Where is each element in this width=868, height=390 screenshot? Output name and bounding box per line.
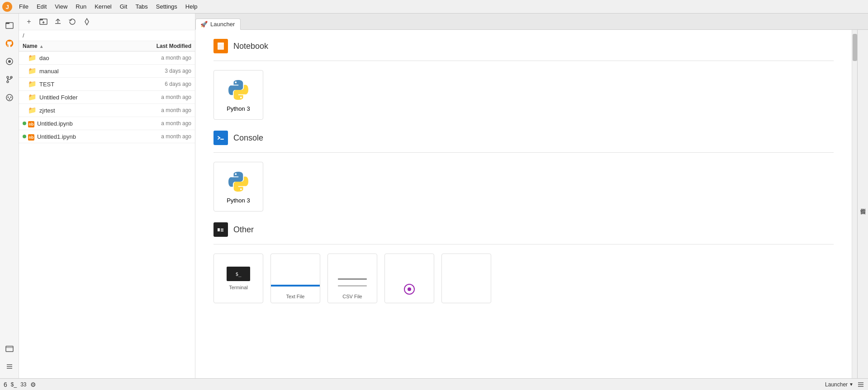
new-file-btn[interactable]: + — [23, 15, 35, 28]
svg-rect-13 — [6, 346, 13, 352]
terminal-mini-text: $_ — [235, 271, 241, 277]
menu-run[interactable]: Run — [72, 2, 90, 11]
file-row[interactable]: 📁 Untitled Folder a month ago — [19, 91, 195, 104]
file-name: dao — [39, 55, 133, 61]
svg-point-10 — [7, 97, 9, 98]
file-modified: a month ago — [133, 120, 191, 127]
col-name-header[interactable]: Name ▲ — [23, 43, 133, 49]
other-divider — [213, 244, 834, 244]
menu-kernel[interactable]: Kernel — [91, 2, 115, 11]
console-section-icon — [213, 131, 228, 145]
sidebar-circle-btn[interactable] — [1, 53, 18, 70]
git-clone-btn[interactable] — [81, 15, 93, 28]
menu-file[interactable]: File — [15, 2, 32, 11]
file-name: TEST — [39, 81, 133, 88]
sidebar-folder-btn[interactable] — [1, 340, 18, 357]
folder-icon: 📁 — [28, 67, 37, 75]
svg-point-5 — [8, 60, 11, 63]
menu-icon-status[interactable] — [857, 381, 864, 388]
python3-console-card[interactable]: Python 3 — [213, 162, 263, 211]
sidebar-list-btn[interactable] — [1, 358, 18, 375]
file-name: Untitled.ipynb — [37, 120, 133, 127]
editor-label: Text File — [286, 294, 305, 299]
file-modified: 6 days ago — [133, 81, 191, 87]
sidebar-git-btn[interactable] — [1, 71, 18, 88]
tab-bar: 🚀 Launcher — [195, 14, 868, 30]
running-dot-icon — [23, 135, 26, 138]
folder-icon: 📁 — [28, 54, 37, 62]
python3-notebook-label: Python 3 — [227, 105, 250, 112]
launcher-status-item[interactable]: Launcher ▼ — [825, 381, 854, 388]
jupyterlab-card[interactable] — [384, 254, 434, 303]
menu-git[interactable]: Git — [116, 2, 131, 11]
menu-view[interactable]: View — [51, 2, 71, 11]
file-row[interactable]: 📁 TEST 6 days ago — [19, 78, 195, 91]
file-row[interactable]: 📁 dao a month ago — [19, 52, 195, 65]
terminal-card[interactable]: $_ Terminal — [213, 254, 263, 303]
file-modified: a month ago — [133, 133, 191, 140]
file-table: Name ▲ Last Modified 📁 dao a month ago 📁… — [19, 41, 195, 378]
svg-point-11 — [10, 97, 11, 98]
console-section-title: Console — [213, 131, 834, 145]
terminal-status-item[interactable]: 6 — [4, 381, 7, 388]
terminal-label: Terminal — [229, 285, 248, 290]
editor-bar-icon — [271, 285, 320, 287]
tab-launcher-label: Launcher — [210, 21, 235, 28]
col-modified-header[interactable]: Last Modified — [133, 43, 191, 49]
upload-btn[interactable] — [52, 15, 64, 28]
sort-arrow-icon: ▲ — [39, 44, 44, 49]
new-folder-btn[interactable] — [37, 15, 50, 28]
file-row[interactable]: nb Untitled.ipynb a month ago — [19, 117, 195, 130]
menu-settings[interactable]: Settings — [152, 2, 181, 11]
statusbar-right: Launcher ▼ — [825, 381, 864, 388]
menu-edit[interactable]: Edit — [33, 2, 50, 11]
file-name: manual — [39, 68, 133, 75]
notebook-divider — [213, 61, 834, 61]
right-sidebar-text[interactable]: 运行实例 — [857, 202, 868, 206]
file-modified: a month ago — [133, 107, 191, 113]
scrollbar-track[interactable] — [852, 30, 857, 378]
editor-card[interactable]: Text File — [270, 254, 320, 303]
extra-card[interactable] — [441, 254, 491, 303]
file-row[interactable]: 📁 manual 3 days ago — [19, 65, 195, 78]
svg-point-12 — [9, 99, 10, 100]
file-row[interactable]: nb Untitled1.ipynb a month ago — [19, 130, 195, 143]
main-layout: + / Name ▲ Last Modified — [0, 14, 868, 378]
other-section-label: Other — [233, 225, 254, 235]
folder-icon: 📁 — [28, 93, 37, 101]
menu-tabs[interactable]: Tabs — [132, 2, 151, 11]
sidebar-palette-btn[interactable] — [1, 89, 18, 106]
notebook-icon: nb — [28, 132, 34, 141]
other-section-title: Other — [213, 222, 834, 237]
folder-icon: 📁 — [28, 80, 37, 88]
notebook-kernel-grid: Python 3 — [213, 70, 834, 120]
jupyterlab-icon — [401, 281, 417, 297]
settings-status-item[interactable]: ⚙ — [30, 381, 36, 388]
tab-launcher[interactable]: 🚀 Launcher — [195, 19, 241, 30]
sidebar-files-btn[interactable] — [1, 17, 18, 33]
file-modified: 3 days ago — [133, 68, 191, 74]
status-menu-icon — [857, 381, 864, 388]
terminal-status-icon: 6 — [4, 381, 7, 388]
svg-text:J: J — [5, 4, 9, 10]
launcher-tab-icon: 🚀 — [200, 21, 208, 28]
console-kernel-grid: Python 3 — [213, 162, 834, 211]
launcher-status-label: Launcher — [825, 381, 848, 388]
csv-line-icon — [338, 278, 367, 280]
folder-icon: 📁 — [28, 106, 37, 114]
csv-card[interactable]: CSV File — [327, 254, 377, 303]
refresh-btn[interactable] — [66, 15, 79, 28]
scrollbar-thumb[interactable] — [853, 34, 857, 61]
settings-status-icon: ⚙ — [30, 381, 36, 388]
launcher-scroll-area: Notebook Python 3 — [195, 30, 868, 378]
python3-notebook-card[interactable]: Python 3 — [213, 70, 263, 120]
terminal-label-item[interactable]: $_ — [11, 381, 17, 388]
num-status-item[interactable]: 33 — [20, 381, 26, 388]
other-section-icon — [213, 222, 228, 237]
svg-point-27 — [408, 287, 411, 291]
sidebar-github-btn[interactable] — [1, 35, 18, 52]
content-area: 🚀 Launcher Notebook — [195, 14, 868, 378]
menu-help[interactable]: Help — [182, 2, 201, 11]
file-row[interactable]: 📁 zjrtest a month ago — [19, 104, 195, 117]
num-status-label: 33 — [20, 381, 26, 388]
